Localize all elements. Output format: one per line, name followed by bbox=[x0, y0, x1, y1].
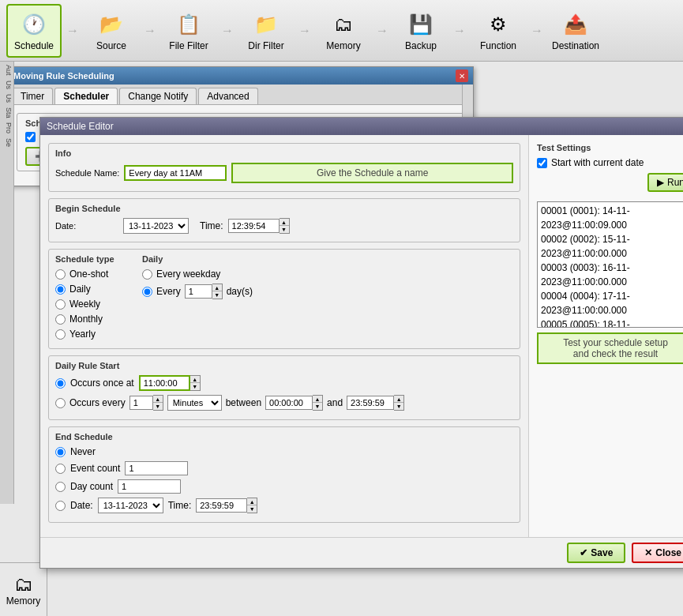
radio-weekly: Weekly bbox=[55, 299, 134, 310]
toolbar-item-destination[interactable]: 📤 Destination bbox=[548, 4, 603, 58]
toolbar: 🕐 Schedule → 📂 Source → 📋 File Filter → … bbox=[0, 0, 683, 62]
run-button[interactable]: ▶ Run bbox=[647, 173, 683, 192]
day-count-input[interactable] bbox=[118, 479, 181, 494]
occurs-every-up[interactable]: ▲ bbox=[153, 396, 163, 403]
radio-daily-input[interactable] bbox=[55, 284, 66, 295]
occurs-every-value-input[interactable] bbox=[129, 396, 153, 410]
between-start-up[interactable]: ▲ bbox=[313, 396, 322, 403]
radio-end-day-count[interactable] bbox=[55, 482, 66, 492]
every-days-up[interactable]: ▲ bbox=[212, 284, 222, 291]
every-days-down[interactable]: ▼ bbox=[212, 291, 222, 299]
start-current-date-checkbox[interactable] bbox=[537, 158, 547, 168]
occurs-once-time-input[interactable] bbox=[139, 375, 190, 391]
arrow-7: → bbox=[531, 24, 543, 38]
stype-col: Schedule type One-shot Daily bbox=[55, 254, 134, 344]
toolbar-item-memory-label: Memory bbox=[326, 40, 360, 51]
sidebar-item-aut[interactable]: Aut bbox=[1, 65, 13, 76]
radio-one-shot-input[interactable] bbox=[55, 269, 66, 280]
end-date-select[interactable]: 13-11-2023 bbox=[98, 498, 163, 513]
arrow-5: → bbox=[376, 24, 388, 38]
occurs-every-arrows: ▲ ▼ bbox=[153, 395, 163, 411]
schedule-name-input[interactable] bbox=[124, 165, 227, 181]
radio-weekly-label: Weekly bbox=[69, 299, 100, 310]
occurs-once-arrows: ▲ ▼ bbox=[190, 375, 201, 391]
toolbar-item-dir-filter[interactable]: 📁 Dir Filter bbox=[238, 4, 294, 58]
end-date-label: Date: bbox=[70, 500, 93, 511]
save-button[interactable]: ✔ Save bbox=[567, 543, 625, 563]
end-time-input[interactable] bbox=[196, 498, 247, 513]
begin-date-select[interactable]: 13-11-2023 bbox=[123, 218, 189, 234]
radio-occurs-once[interactable] bbox=[55, 378, 66, 389]
toolbar-item-source[interactable]: 📂 Source bbox=[84, 4, 139, 58]
begin-date-row: Date: 13-11-2023 Time: ▲ ▼ bbox=[55, 218, 513, 234]
between-start-input[interactable] bbox=[265, 396, 313, 410]
sidebar-item-se[interactable]: Se bbox=[1, 138, 13, 147]
scheduling-window-titlebar: Moving Rule Scheduling ✕ bbox=[9, 67, 473, 85]
scheduling-close-button[interactable]: ✕ bbox=[456, 69, 468, 82]
tab-timer[interactable]: Timer bbox=[12, 88, 53, 104]
every-days-spinner: ▲ ▼ bbox=[185, 284, 223, 299]
day-count-label: Day count bbox=[70, 481, 113, 492]
radio-every-weekday-input[interactable] bbox=[142, 269, 152, 280]
between-end-up[interactable]: ▲ bbox=[394, 396, 403, 403]
radio-occurs-every[interactable] bbox=[55, 398, 66, 408]
radio-end-date[interactable] bbox=[55, 501, 66, 511]
sidebar-item-us1[interactable]: Us bbox=[1, 81, 13, 89]
end-event-count-row: Event count bbox=[55, 461, 513, 475]
radio-yearly-label: Yearly bbox=[69, 329, 96, 340]
between-start-down[interactable]: ▼ bbox=[313, 403, 322, 410]
destination-icon: 📤 bbox=[561, 10, 590, 39]
occurs-once-label: Occurs once at bbox=[70, 377, 134, 389]
schedule-editor-title: Schedule Editor bbox=[47, 121, 114, 132]
radio-monthly: Monthly bbox=[55, 314, 134, 325]
toolbar-item-dir-filter-label: Dir Filter bbox=[248, 40, 283, 51]
radio-every-days-input[interactable] bbox=[142, 287, 152, 297]
occurs-every-unit-select[interactable]: Minutes Hours Seconds bbox=[167, 395, 222, 411]
tab-scheduler[interactable]: Scheduler bbox=[54, 88, 118, 104]
info-title: Info bbox=[55, 148, 513, 158]
radio-daily: Daily bbox=[55, 284, 134, 295]
radio-end-never[interactable] bbox=[55, 447, 66, 457]
days-label: day(s) bbox=[227, 286, 253, 297]
schedule-editor-right: Test Settings Start with current date ▶ … bbox=[528, 135, 683, 537]
every-days-input[interactable] bbox=[185, 284, 212, 299]
occurs-once-up[interactable]: ▲ bbox=[190, 376, 200, 383]
begin-time-down[interactable]: ▼ bbox=[280, 226, 289, 233]
radio-monthly-input[interactable] bbox=[55, 314, 66, 325]
toolbar-item-file-filter[interactable]: 📋 File Filter bbox=[161, 4, 216, 58]
occurs-every-down[interactable]: ▼ bbox=[153, 403, 163, 410]
tab-change-notify[interactable]: Change Notify bbox=[119, 88, 197, 104]
sidebar-item-us2[interactable]: Us bbox=[1, 94, 13, 103]
end-time-up[interactable]: ▲ bbox=[247, 498, 257, 505]
begin-time-input[interactable] bbox=[228, 219, 280, 233]
toolbar-item-backup[interactable]: 💾 Backup bbox=[393, 4, 448, 58]
tab-advanced[interactable]: Advanced bbox=[198, 88, 257, 104]
test-results-list[interactable]: 00001 (0001): 14-11-2023@11:00:09.000 00… bbox=[537, 201, 683, 328]
radio-one-shot: One-shot bbox=[55, 269, 134, 280]
sidebar-item-sta[interactable]: Sta bbox=[1, 107, 13, 118]
radio-one-shot-label: One-shot bbox=[69, 269, 108, 280]
source-icon: 📂 bbox=[97, 10, 126, 39]
start-current-date-label: Start with current date bbox=[551, 157, 644, 168]
use-scheduler-checkbox[interactable] bbox=[25, 132, 36, 142]
begin-time-up[interactable]: ▲ bbox=[280, 219, 289, 226]
radio-every-weekday: Every weekday bbox=[142, 269, 513, 280]
begin-schedule-title: Begin Schedule bbox=[55, 204, 513, 213]
sidebar-item-pro[interactable]: Pro bbox=[1, 122, 13, 133]
radio-weekly-input[interactable] bbox=[55, 299, 66, 310]
between-end-down[interactable]: ▼ bbox=[394, 403, 403, 410]
close-button[interactable]: ✕ Close bbox=[632, 543, 683, 563]
radio-end-event-count[interactable] bbox=[55, 464, 66, 474]
bottom-memory[interactable]: 🗂 Memory bbox=[0, 562, 47, 616]
radio-yearly-input[interactable] bbox=[55, 329, 66, 340]
between-end-input[interactable] bbox=[347, 396, 394, 410]
toolbar-item-schedule[interactable]: 🕐 Schedule bbox=[6, 4, 62, 58]
end-time-down[interactable]: ▼ bbox=[247, 505, 257, 513]
test-settings-title: Test Settings bbox=[537, 143, 683, 152]
event-count-input[interactable] bbox=[125, 461, 188, 475]
toolbar-item-memory[interactable]: 🗂 Memory bbox=[316, 4, 371, 58]
toolbar-item-function[interactable]: ⚙ Function bbox=[471, 4, 526, 58]
bottom-memory-label: Memory bbox=[6, 595, 40, 607]
event-count-label: Event count bbox=[70, 463, 120, 474]
occurs-once-down[interactable]: ▼ bbox=[190, 383, 200, 390]
